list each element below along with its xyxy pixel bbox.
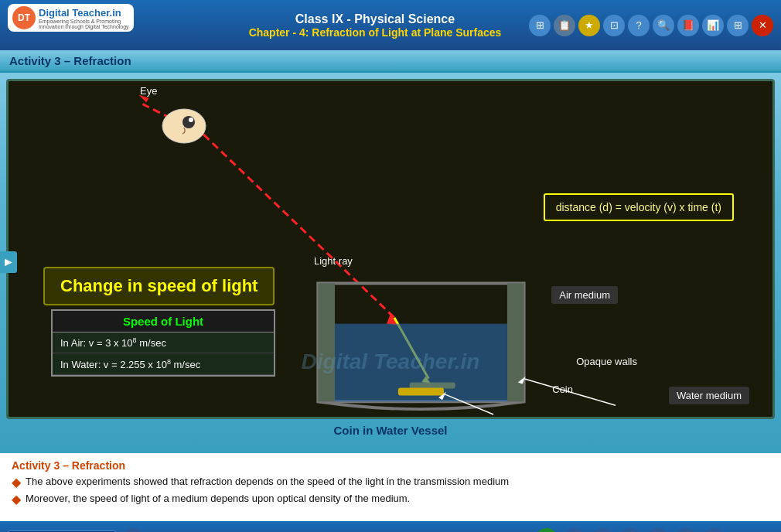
svg-marker-15 [518, 377, 526, 384]
bullet-icon-1: ◆ [12, 475, 21, 489]
desc-item-1: ◆ The above experiments showed that refr… [12, 476, 769, 489]
light-ray-label: Light ray [314, 255, 353, 267]
opaque-walls-label: Opaque walls [576, 356, 637, 369]
in-water-label: In Water: v = 2.255 x 108 m/sec [60, 359, 200, 370]
svg-rect-6 [410, 383, 455, 389]
svg-marker-13 [438, 391, 446, 400]
svg-rect-9 [507, 283, 524, 401]
tb-icon-screen[interactable]: ⊞ [122, 528, 144, 533]
bottom-toolbar: ⊞ ▶ ⏸ 🔊 📷 ◀ ↺ ▶ Page 7/41 [0, 521, 781, 532]
speed-change-box: Change in speed of light [43, 267, 275, 305]
logo-sub1: Empowering Schools & Promoting [39, 19, 129, 24]
side-nav-arrow[interactable]: ► [0, 251, 17, 273]
canvas-caption: Coin in Water Vessel [6, 419, 775, 438]
prev-button[interactable]: ◀ [647, 528, 669, 533]
canvas: Eye Light ray distance (d) = velocity (v… [6, 79, 775, 419]
activity-bar-title: Activity 3 – Refraction [9, 54, 131, 67]
nav-icon-2[interactable]: 📋 [554, 15, 575, 36]
svg-point-18 [189, 118, 193, 122]
svg-rect-7 [318, 283, 524, 401]
bullet-icon-2: ◆ [12, 492, 21, 506]
header-icons: ⊞ 📋 ★ ⊡ ? 🔍 📕 📊 ⊞ ✕ [529, 15, 773, 36]
nav-icon-9[interactable]: ⊞ [727, 15, 749, 36]
svg-line-4 [394, 318, 428, 379]
screen-button[interactable]: 📷 [619, 528, 641, 533]
title-line2: Chapter - 4: Refraction of Light at Plan… [249, 26, 502, 39]
eye-illustration [159, 103, 210, 145]
desc-activity-label: Activity 3 – Refraction [12, 459, 769, 472]
svg-rect-10 [335, 324, 507, 402]
logo-text: Digital Teacher.in [39, 7, 129, 19]
header: DT Digital Teacher.in Empowering Schools… [0, 0, 781, 50]
desc-text-1: The above experiments showed that refrac… [26, 476, 509, 487]
activity-bar: Activity 3 – Refraction [0, 50, 781, 73]
title-line1: Class IX - Physical Science [249, 12, 502, 26]
nav-icon-7[interactable]: 📕 [677, 15, 699, 36]
svg-point-17 [182, 116, 195, 128]
nav-icon-5[interactable]: ? [628, 15, 650, 36]
sol-header: Speed of Light [53, 311, 274, 332]
sol-row-air: In Air: v = 3 x 108 m/sec [53, 332, 274, 353]
speed-change-text: Change in speed of light [60, 276, 257, 295]
nav-icon-4[interactable]: ⊡ [603, 15, 625, 36]
svg-rect-8 [318, 283, 335, 401]
nav-icon-6[interactable]: 🔍 [653, 15, 674, 36]
close-icon[interactable]: ✕ [752, 15, 773, 36]
desc-item-2: ◆ Moreover, the speed of light of a medi… [12, 493, 769, 506]
sol-row-water: In Water: v = 2.255 x 108 m/sec [53, 353, 274, 374]
main-area: ► [0, 73, 781, 452]
header-title: Class IX - Physical Science Chapter - 4:… [249, 12, 502, 39]
refresh-button[interactable]: ↺ [675, 528, 697, 533]
eye-label: Eye [140, 85, 157, 97]
coin-label: Coin [552, 384, 573, 395]
sol-table: Speed of Light In Air: v = 3 x 108 m/sec… [51, 309, 275, 377]
svg-line-12 [444, 394, 493, 414]
next-button[interactable]: ▶ [703, 528, 725, 533]
air-medium-label: Air medium [551, 286, 618, 304]
water-medium-label: Water medium [669, 387, 749, 404]
nav-icon-3[interactable]: ★ [578, 15, 600, 36]
logo-icon: DT [12, 6, 36, 29]
nav-icon-8[interactable]: 📊 [702, 15, 724, 36]
svg-marker-2 [387, 314, 398, 326]
formula-box: distance (d) = velocity (v) x time (t) [544, 193, 734, 221]
desc-text-2: Moreover, the speed of light of a medium… [26, 493, 410, 504]
play-button[interactable]: ▶ [536, 528, 558, 533]
svg-marker-5 [421, 377, 431, 385]
volume-button[interactable]: 🔊 [592, 528, 613, 533]
logo: DT Digital Teacher.in Empowering Schools… [8, 4, 134, 32]
formula-text: distance (d) = velocity (v) x time (t) [556, 201, 721, 213]
description-panel: Activity 3 – Refraction ◆ The above expe… [0, 452, 781, 521]
nav-icon-1[interactable]: ⊞ [529, 15, 551, 36]
svg-rect-11 [398, 388, 444, 396]
pause-button[interactable]: ⏸ [564, 528, 585, 533]
in-air-label: In Air: v = 3 x 108 m/sec [60, 337, 166, 349]
logo-sub2: Innovation through Digital Technology [39, 24, 129, 29]
